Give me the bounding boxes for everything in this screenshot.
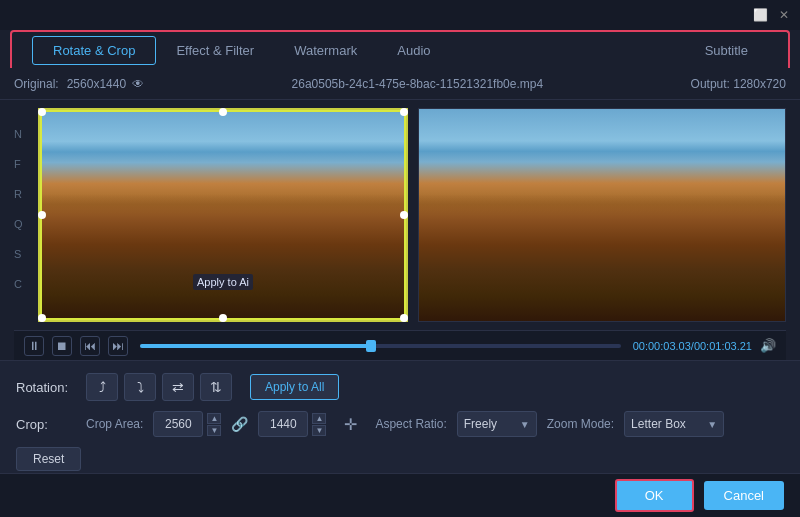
original-label: Original: <box>14 77 59 91</box>
sidebar-letters: N F R Q S C <box>14 108 28 322</box>
aspect-ratio-value: Freely <box>464 417 497 431</box>
crop-width-spinners: ▲ ▼ <box>207 413 221 436</box>
move-icon[interactable]: ✛ <box>344 415 357 434</box>
close-button[interactable]: ✕ <box>776 7 792 23</box>
bottom-bar: OK Cancel <box>0 473 800 517</box>
apply-ai-label: Apply to Ai <box>193 274 253 290</box>
controls-panel: Rotation: ⤴ ⤵ ⇄ ⇅ Apply to All Crop: Cro… <box>0 360 800 483</box>
eye-icon[interactable]: 👁 <box>132 77 144 91</box>
crop-area-label: Crop Area: <box>86 417 143 431</box>
zoom-mode-value: Letter Box <box>631 417 686 431</box>
flip-v-button[interactable]: ⇅ <box>200 373 232 401</box>
rotation-label: Rotation: <box>16 380 76 395</box>
crop-row: Crop: Crop Area: ▲ ▼ 🔗 ▲ ▼ ✛ Aspect Rati… <box>16 411 784 437</box>
reset-row: Reset <box>16 447 784 471</box>
aspect-ratio-label: Aspect Ratio: <box>375 417 446 431</box>
progress-fill <box>140 344 371 348</box>
crop-width-up[interactable]: ▲ <box>207 413 221 424</box>
reset-button[interactable]: Reset <box>16 447 81 471</box>
crop-label: Crop: <box>16 417 76 432</box>
rotate-cw-button[interactable]: ⤵ <box>124 373 156 401</box>
original-size: 2560x1440 <box>67 77 126 91</box>
crop-height-spinners: ▲ ▼ <box>312 413 326 436</box>
next-frame-button[interactable]: ⏭ <box>108 336 128 356</box>
aspect-dropdown-arrow: ▼ <box>520 419 530 430</box>
prev-frame-button[interactable]: ⏮ <box>80 336 100 356</box>
preview-left: Apply to Ai <box>38 108 408 322</box>
restore-button[interactable]: ⬜ <box>752 7 768 23</box>
rotate-ccw-button[interactable]: ⤴ <box>86 373 118 401</box>
cancel-button[interactable]: Cancel <box>704 481 784 510</box>
tab-audio[interactable]: Audio <box>377 37 450 64</box>
play-pause-button[interactable]: ⏸ <box>24 336 44 356</box>
link-icon[interactable]: 🔗 <box>231 416 248 432</box>
transport-bar: ⏸ ⏹ ⏮ ⏭ 00:00:03.03/00:01:03.21 🔊 <box>14 330 786 360</box>
crop-width-group: ▲ ▼ <box>153 411 221 437</box>
tab-bar: Rotate & Crop Effect & Filter Watermark … <box>10 30 790 68</box>
rotation-row: Rotation: ⤴ ⤵ ⇄ ⇅ Apply to All <box>16 373 784 401</box>
tab-rotate-crop[interactable]: Rotate & Crop <box>32 36 156 65</box>
time-total: 00:01:03.21 <box>694 340 752 352</box>
rotation-buttons: ⤴ ⤵ ⇄ ⇅ <box>86 373 232 401</box>
preview-right <box>418 108 786 322</box>
volume-icon[interactable]: 🔊 <box>760 338 776 353</box>
aspect-ratio-dropdown[interactable]: Freely ▼ <box>457 411 537 437</box>
info-bar: Original: 2560x1440 👁 26a0505b-24c1-475e… <box>0 68 800 100</box>
ok-button[interactable]: OK <box>615 479 694 512</box>
time-display: 00:00:03.03/00:01:03.21 <box>633 340 752 352</box>
zoom-dropdown-arrow: ▼ <box>707 419 717 430</box>
progress-bar[interactable] <box>140 344 621 348</box>
tab-effect-filter[interactable]: Effect & Filter <box>156 37 274 64</box>
apply-to-all-button[interactable]: Apply to All <box>250 374 339 400</box>
crop-height-down[interactable]: ▼ <box>312 425 326 436</box>
crop-height-group: ▲ ▼ <box>258 411 326 437</box>
zoom-mode-dropdown[interactable]: Letter Box ▼ <box>624 411 724 437</box>
crop-width-down[interactable]: ▼ <box>207 425 221 436</box>
output-size: Output: 1280x720 <box>691 77 786 91</box>
tab-watermark[interactable]: Watermark <box>274 37 377 64</box>
video-frame-right <box>419 109 785 321</box>
time-current: 00:00:03.03 <box>633 340 691 352</box>
tab-subtitle[interactable]: Subtitle <box>685 37 768 64</box>
stop-button[interactable]: ⏹ <box>52 336 72 356</box>
main-content: N F R Q S C Apply to Ai <box>0 100 800 330</box>
progress-thumb <box>366 340 376 352</box>
crop-width-input[interactable] <box>153 411 203 437</box>
filename: 26a0505b-24c1-475e-8bac-11521321fb0e.mp4 <box>292 77 544 91</box>
zoom-mode-label: Zoom Mode: <box>547 417 614 431</box>
crop-height-input[interactable] <box>258 411 308 437</box>
flip-h-button[interactable]: ⇄ <box>162 373 194 401</box>
crop-height-up[interactable]: ▲ <box>312 413 326 424</box>
title-bar: ⬜ ✕ <box>0 0 800 30</box>
